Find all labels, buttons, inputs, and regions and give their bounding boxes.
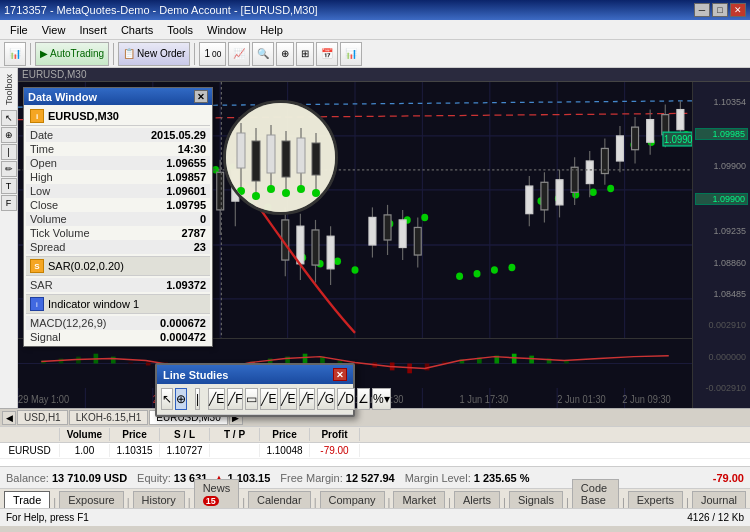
data-window-title: Data Window [28, 91, 97, 103]
ls-tool-more-btn[interactable]: %▾ [372, 388, 391, 410]
window-controls: ─ □ ✕ [694, 3, 746, 17]
price-level-4: 1.09235 [695, 226, 748, 236]
margin-level-item: Margin Level: 1 235.65 % [405, 472, 530, 484]
chart-tab-prev[interactable]: ◀ [2, 411, 16, 425]
title-bar: 1713357 - MetaQuotes-Demo - Demo Account… [0, 0, 750, 20]
new-order-btn[interactable]: 📋 New Order [118, 42, 190, 66]
ls-tool-rect-btn[interactable]: ▭ [245, 388, 258, 410]
data-window: Data Window ✕ i EURUSD,M30 Date 2015.05.… [23, 87, 213, 347]
menu-help[interactable]: Help [254, 22, 289, 38]
negative-pl: -79.00 [713, 472, 744, 484]
line-studies-close-btn[interactable]: ✕ [333, 368, 347, 381]
toolbox-fib-btn[interactable]: F [1, 195, 17, 211]
ls-tool-g-btn[interactable]: ╱G [317, 388, 335, 410]
tab-company[interactable]: Company [320, 491, 385, 508]
maximize-btn[interactable]: □ [712, 3, 728, 17]
price-level-1: 1.10354 [695, 97, 748, 107]
toolbox-cursor-btn[interactable]: ↖ [1, 110, 17, 126]
svg-point-35 [352, 266, 359, 274]
ls-vertical-line-btn[interactable]: | [195, 388, 200, 410]
dw-macd-value: 0.000672 [160, 317, 206, 329]
menu-insert[interactable]: Insert [73, 22, 113, 38]
dw-date-row: Date 2015.05.29 [26, 128, 210, 142]
ls-tool-e1-btn[interactable]: ╱E [208, 388, 225, 410]
menu-tools[interactable]: Tools [161, 22, 199, 38]
new-chart-btn[interactable]: 📊 [4, 42, 26, 66]
dw-macd-row: MACD(12,26,9) 0.000672 [26, 316, 210, 330]
cell-profit: -79.00 [310, 444, 360, 457]
period-btn[interactable]: 📅 [316, 42, 338, 66]
ls-tool-f1-btn[interactable]: ╱F [227, 388, 243, 410]
svg-rect-82 [384, 215, 391, 240]
tab-alerts[interactable]: Alerts [454, 491, 500, 508]
ls-tool-f2-btn[interactable]: ╱F [299, 388, 315, 410]
toolbar-separator-2 [113, 43, 114, 65]
ls-crosshair-btn[interactable]: ⊕ [175, 388, 187, 410]
dw-volume-label: Volume [30, 213, 67, 225]
dw-open-label: Open [30, 157, 57, 169]
dw-low-value: 1.09601 [166, 185, 206, 197]
tab-news[interactable]: News 15 [194, 479, 240, 508]
chart-tab-usdh1[interactable]: USD,H1 [17, 410, 68, 425]
svg-rect-86 [414, 227, 421, 255]
autotrading-btn[interactable]: ▶ AutoTrading [35, 42, 109, 66]
menu-window[interactable]: Window [201, 22, 252, 38]
toolbox-crosshair-btn[interactable]: ⊕ [1, 127, 17, 143]
ls-tool-angle-btn[interactable]: ∠ [357, 388, 370, 410]
window-title: 1713357 - MetaQuotes-Demo - Demo Account… [4, 4, 318, 16]
data-window-body: i EURUSD,M30 Date 2015.05.29 Time 14:30 [24, 105, 212, 346]
dw-date-value: 2015.05.29 [151, 129, 206, 141]
svg-point-43 [508, 264, 515, 272]
indicators-btn[interactable]: 📈 [228, 42, 250, 66]
menu-view[interactable]: View [36, 22, 72, 38]
svg-text:1 Jun 17:30: 1 Jun 17:30 [460, 394, 509, 405]
svg-rect-84 [399, 220, 406, 248]
tab-exposure[interactable]: Exposure [59, 491, 123, 508]
templates-btn[interactable]: ⊞ [296, 42, 314, 66]
menu-file[interactable]: File [4, 22, 34, 38]
minimize-btn[interactable]: ─ [694, 3, 710, 17]
dw-date-label: Date [30, 129, 53, 141]
tab-signals[interactable]: Signals [509, 491, 563, 508]
chart-container: EURUSD,M30 [18, 68, 750, 408]
balance-item: Balance: 13 710.09 USD [6, 472, 127, 484]
cell-curprice: 1.10048 [260, 444, 310, 457]
ls-tool-d-btn[interactable]: ╱D [337, 388, 355, 410]
tab-history[interactable]: History [133, 491, 185, 508]
tab-calendar[interactable]: Calendar [248, 491, 311, 508]
ls-cursor-btn[interactable]: ↖ [161, 388, 173, 410]
free-margin-item: Free Margin: 12 527.94 [280, 472, 394, 484]
dw-sar-section: S SAR(0.02,0.20) [26, 256, 210, 276]
tab-experts[interactable]: Experts [628, 491, 683, 508]
svg-rect-151 [529, 356, 534, 364]
chart-main[interactable]: 29 May 1:00 2015.05.29 14:30 17:30 1 Jun… [18, 82, 692, 408]
zoom-btn[interactable]: 100 [199, 42, 226, 66]
dw-sar-value: 1.09372 [166, 279, 206, 291]
menu-charts[interactable]: Charts [115, 22, 159, 38]
tab-codebase[interactable]: Code Base [572, 479, 619, 508]
toolbox-pencil-btn[interactable]: ✏ [1, 161, 17, 177]
menu-bar: File View Insert Charts Tools Window Hel… [0, 20, 750, 40]
svg-text:1.09900: 1.09900 [664, 134, 692, 145]
data-window-close-btn[interactable]: ✕ [194, 90, 208, 103]
bottom-tab-bar: Trade | Exposure | History | News 15 | C… [0, 488, 750, 508]
orders-table: Volume Price S / L T / P Price Profit EU… [0, 426, 750, 466]
close-btn[interactable]: ✕ [730, 3, 746, 17]
bar-chart-btn[interactable]: 📊 [340, 42, 362, 66]
svg-rect-78 [327, 236, 334, 269]
toolbox-line-btn[interactable]: | [1, 144, 17, 160]
dw-time-row: Time 14:30 [26, 142, 210, 156]
toolbox-text-btn[interactable]: T [1, 178, 17, 194]
svg-rect-68 [217, 172, 224, 210]
search-btn[interactable]: 🔍 [252, 42, 274, 66]
ls-tool-e3-btn[interactable]: ╱E [280, 388, 297, 410]
chart-tab-lkoh[interactable]: LKOH-6.15,H1 [69, 410, 149, 425]
tab-market[interactable]: Market [393, 491, 445, 508]
svg-point-47 [590, 189, 597, 197]
line-studies-dialog: Line Studies ✕ ↖ ⊕ | ╱E ╱F ▭ ╱E ╱E ╱F ╱G… [155, 363, 355, 417]
dw-close-value: 1.09795 [166, 199, 206, 211]
ls-tool-e2-btn[interactable]: ╱E [260, 388, 277, 410]
tab-journal[interactable]: Journal [692, 491, 746, 508]
crosshair-btn[interactable]: ⊕ [276, 42, 294, 66]
tab-trade[interactable]: Trade [4, 491, 50, 508]
